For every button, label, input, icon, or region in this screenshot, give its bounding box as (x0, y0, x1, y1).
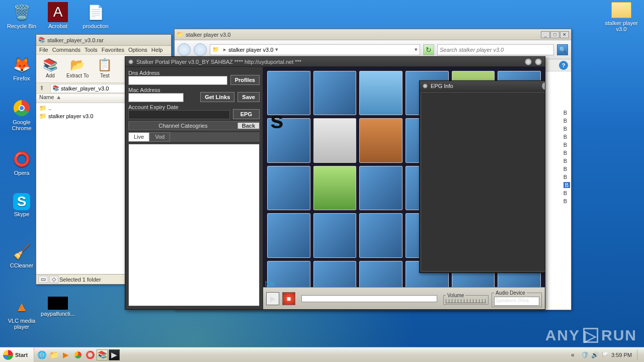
thumbnail (359, 213, 403, 257)
desktop-icon-recycle-bin[interactable]: 🗑️Recycle Bin (4, 2, 39, 29)
getlinks-button[interactable]: Get Links (200, 92, 234, 102)
player-controls: ▶ ■ Volume Audio Device Speakers (Rea (263, 287, 545, 309)
close-button[interactable] (535, 58, 542, 65)
folder-icon (611, 2, 631, 18)
menu-favorites[interactable]: Favorites (102, 47, 124, 53)
save-button[interactable]: Save (237, 92, 260, 102)
thumbnail (313, 71, 357, 115)
minimize-button[interactable]: – (542, 82, 545, 90)
stop-button[interactable]: ■ (282, 292, 295, 305)
chevron-icon[interactable]: « (571, 351, 578, 358)
menu-commands[interactable]: Commands (52, 47, 80, 53)
nav-forward-button[interactable] (194, 43, 207, 56)
menu-tools[interactable]: Tools (85, 47, 98, 53)
winrar-task-button[interactable]: 📚 (97, 349, 108, 360)
channel-list[interactable] (128, 144, 260, 306)
link-hint[interactable]: http (265, 280, 274, 286)
search-input[interactable] (438, 47, 553, 53)
minimize-button[interactable] (525, 58, 532, 65)
nav-back-button[interactable] (178, 43, 191, 56)
icon-label: VLC media player (4, 318, 39, 330)
media-icon[interactable]: ▶ (60, 349, 71, 360)
icon-label: Acrobat (48, 23, 67, 29)
window-controls (525, 58, 542, 65)
profiles-button[interactable]: Profiles (230, 75, 260, 85)
explorer-icon[interactable]: 📁 (48, 349, 59, 360)
back-button[interactable]: Back (237, 123, 259, 129)
stalker-task-button[interactable]: ▶ (109, 349, 120, 360)
sort-asc-icon: ▲ (56, 94, 61, 103)
expiry-label: Account Expiry Date (128, 104, 230, 110)
desktop-icon-skype[interactable]: SSkype (4, 193, 39, 217)
flag-icon[interactable]: 🏳️ (601, 351, 608, 358)
explorer-titlebar[interactable]: 📁 stalker player v3.0 _ □ ✕ (175, 29, 571, 40)
refresh-button[interactable]: ↻ (423, 44, 434, 55)
quick-launch: 🌐 📁 ▶ ⭕ 📚 ▶ (34, 349, 122, 360)
thumbnail (359, 166, 403, 210)
start-button[interactable]: Start (0, 347, 34, 363)
opera-taskbar-icon[interactable]: ⭕ (85, 349, 96, 360)
minimize-button[interactable]: _ (541, 31, 550, 38)
desktop-icon-chrome[interactable]: Google Chrome (4, 98, 39, 131)
epg-button[interactable]: EPG (233, 109, 260, 119)
mac-input[interactable] (128, 93, 184, 102)
clock[interactable]: 3:59 PM (611, 352, 632, 358)
tab-vod[interactable]: Vod (149, 132, 170, 142)
status-icon: ▭ (38, 276, 48, 283)
epg-titlebar[interactable]: EPG Info – ✕ (420, 81, 545, 91)
search-box[interactable] (437, 44, 554, 55)
desktop-icon-ccleaner[interactable]: 🧹CCleaner (4, 241, 39, 268)
desktop-icon-paypal[interactable]: paypalfuncti... (40, 297, 75, 317)
app-icon (423, 83, 428, 88)
icon-label: stalker player v3.0 (604, 20, 639, 32)
tab-live[interactable]: Live (128, 132, 149, 142)
icon-label: paypalfuncti... (41, 311, 75, 317)
vlc-icon: ▲ (12, 297, 32, 317)
test-button[interactable]: 📋Test (96, 57, 114, 80)
maximize-button[interactable]: □ (550, 31, 559, 38)
seek-bar[interactable] (301, 295, 437, 302)
add-button[interactable]: 📚Add (41, 57, 59, 80)
window-title: stalker player v3.0 (186, 32, 230, 38)
status-icon: ◇ (49, 276, 58, 283)
show-desktop-button[interactable] (637, 350, 640, 360)
category-header: Channel Cateogries Back (128, 121, 260, 130)
search-button[interactable]: 🔍 (557, 44, 568, 55)
chrome-taskbar-icon[interactable] (72, 349, 84, 360)
crumb-text: stalker player v3.0 (228, 47, 273, 53)
epg-body[interactable] (421, 92, 545, 272)
volume-slider[interactable] (446, 299, 486, 303)
menu-file[interactable]: File (39, 47, 48, 53)
ccleaner-icon: 🧹 (12, 241, 32, 261)
rar-icon: 📚 (52, 85, 59, 92)
desktop-icon-stalker-folder[interactable]: stalker player v3.0 (604, 2, 639, 32)
skype-icon: S (13, 193, 30, 210)
epg-window[interactable]: EPG Info – ✕ (419, 80, 545, 273)
stalker-window[interactable]: Stalker Portal Player v3.0_BY SAHBAZ ***… (125, 56, 545, 310)
crumb-history[interactable]: ▾ (415, 46, 418, 53)
desktop-icon-acrobat[interactable]: AAcrobat (40, 2, 75, 29)
opera-icon: ⭕ (12, 149, 32, 169)
ie-icon[interactable]: 🌐 (36, 349, 47, 360)
menu-options[interactable]: Options (128, 47, 147, 53)
extract-button[interactable]: 📂Extract To (66, 57, 89, 80)
audio-device-select[interactable]: Speakers (Rea (494, 297, 539, 306)
close-button[interactable]: ✕ (560, 31, 569, 38)
desktop-icon-opera[interactable]: ⭕Opera (4, 149, 39, 176)
dns-input[interactable] (128, 76, 227, 85)
winrar-titlebar[interactable]: 📚 stalker_player_v3.0.rar (36, 35, 171, 46)
thumbnail (313, 166, 357, 210)
play-button[interactable]: ▶ (266, 292, 279, 305)
crumb-dropdown[interactable]: ▾ (275, 46, 278, 53)
desktop-icon-vlc[interactable]: ▲VLC media player (4, 297, 39, 330)
desktop-icon-firefox[interactable]: 🦊Firefox (4, 54, 39, 81)
help-icon[interactable]: ? (559, 61, 568, 70)
menu-help[interactable]: Help (151, 47, 163, 53)
stalker-titlebar[interactable]: Stalker Portal Player v3.0_BY SAHBAZ ***… (125, 57, 545, 67)
shield-icon[interactable]: 🛡️ (581, 351, 588, 358)
volume-icon[interactable]: 🔊 (591, 351, 598, 358)
breadcrumb[interactable]: 📁 ▸ stalker player v3.0 ▾ ▾ (210, 44, 420, 55)
thumbnail (359, 118, 403, 162)
desktop-icon-production[interactable]: 📄production (78, 2, 113, 29)
up-icon[interactable]: ⬆ (39, 84, 47, 93)
